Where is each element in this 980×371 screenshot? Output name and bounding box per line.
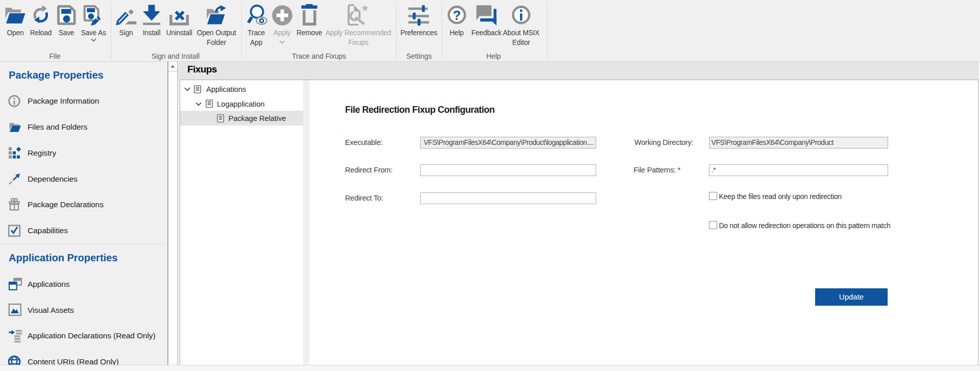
svg-text:?: ? (453, 8, 461, 23)
